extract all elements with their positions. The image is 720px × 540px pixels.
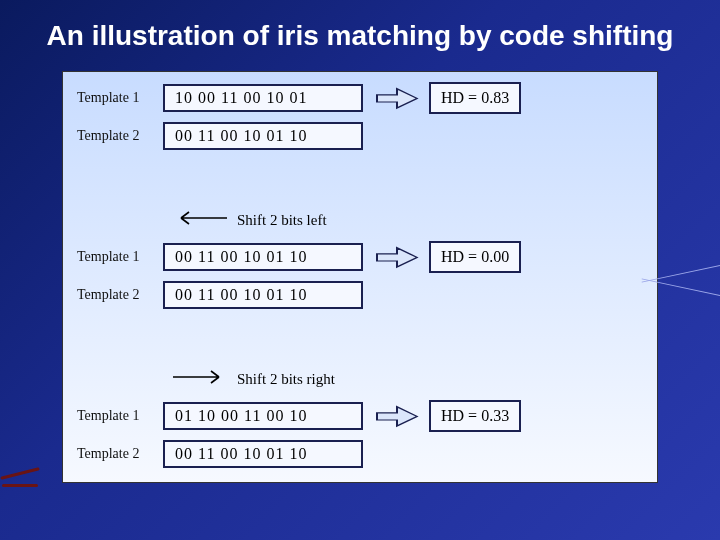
shift-label: Shift 2 bits right — [237, 371, 335, 388]
code-box: 01 10 00 11 00 10 — [163, 402, 363, 430]
code-box: 00 11 00 10 01 10 — [163, 122, 363, 150]
template-label: Template 1 — [77, 408, 163, 424]
arrow-right-icon — [369, 233, 425, 281]
shift-label: Shift 2 bits left — [237, 212, 327, 229]
table-row: Template 1 01 10 00 11 00 10 HD = 0.33 — [77, 402, 643, 430]
table-row: Template 2 00 11 00 10 01 10 — [77, 122, 643, 150]
code-box: 00 11 00 10 01 10 — [163, 440, 363, 468]
template-group: Shift 2 bits left Template 1 00 11 00 10… — [77, 203, 643, 309]
decor-lines-icon — [640, 255, 720, 325]
page-title: An illustration of iris matching by code… — [36, 18, 684, 53]
arrow-left-icon — [173, 211, 227, 229]
template-label: Template 2 — [77, 287, 163, 303]
shift-indicator: Shift 2 bits right — [77, 368, 643, 390]
code-box: 00 11 00 10 01 10 — [163, 281, 363, 309]
arrow-right-thin-icon — [173, 370, 227, 388]
template-label: Template 2 — [77, 128, 163, 144]
hd-box: HD = 0.33 — [429, 400, 521, 432]
hd-box: HD = 0.00 — [429, 241, 521, 273]
diagram-panel: Template 1 10 00 11 00 10 01 HD = 0.83 T… — [62, 71, 658, 483]
decor-bar-icon — [0, 472, 46, 498]
table-row: Template 1 10 00 11 00 10 01 HD = 0.83 — [77, 84, 643, 112]
arrow-right-icon — [369, 392, 425, 440]
hd-box: HD = 0.83 — [429, 82, 521, 114]
code-box: 10 00 11 00 10 01 — [163, 84, 363, 112]
shift-indicator: Shift 2 bits left — [77, 209, 643, 231]
template-label: Template 1 — [77, 249, 163, 265]
table-row: Template 1 00 11 00 10 01 10 HD = 0.00 — [77, 243, 643, 271]
template-label: Template 1 — [77, 90, 163, 106]
template-group: Template 1 10 00 11 00 10 01 HD = 0.83 T… — [77, 84, 643, 150]
arrow-right-icon — [369, 74, 425, 122]
template-group: Shift 2 bits right Template 1 01 10 00 1… — [77, 362, 643, 468]
table-row: Template 2 00 11 00 10 01 10 — [77, 440, 643, 468]
code-box: 00 11 00 10 01 10 — [163, 243, 363, 271]
table-row: Template 2 00 11 00 10 01 10 — [77, 281, 643, 309]
template-label: Template 2 — [77, 446, 163, 462]
